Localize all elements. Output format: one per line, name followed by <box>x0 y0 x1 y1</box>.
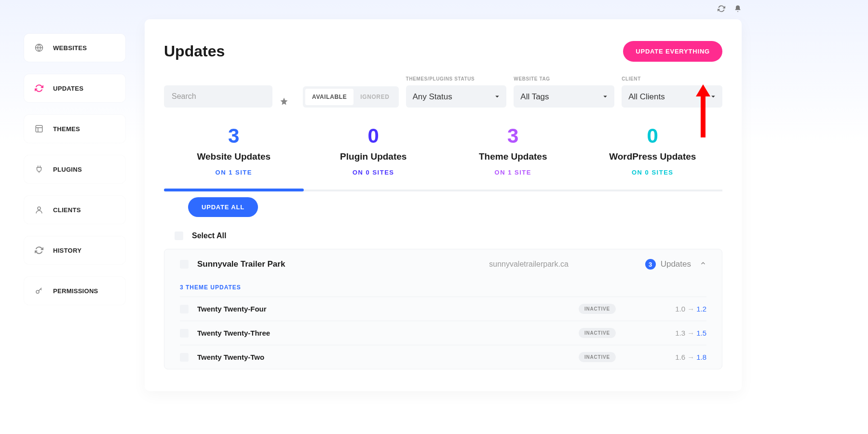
update-item: Twenty Twenty-Two INACTIVE 1.6→1.8 <box>180 345 706 369</box>
status-badge: INACTIVE <box>579 328 616 338</box>
sidebar-label: WEBSITES <box>53 44 87 52</box>
stat-label: Theme Updates <box>443 151 583 162</box>
filter-tag-label: WEBSITE TAG <box>514 76 614 81</box>
stat-count: 0 <box>304 124 444 148</box>
update-item: Twenty Twenty-Three INACTIVE 1.3→1.5 <box>180 321 706 345</box>
site-header[interactable]: Sunnyvale Trailer Park sunnyvaletrailerp… <box>180 249 706 279</box>
stat-count: 0 <box>583 124 723 148</box>
filter-client-select[interactable]: All Clients <box>622 85 722 108</box>
item-checkbox[interactable] <box>180 329 189 338</box>
version: 1.3→1.5 <box>624 329 706 337</box>
site-card: Sunnyvale Trailer Park sunnyvaletrailerp… <box>164 249 722 369</box>
sidebar-label: CLIENTS <box>53 206 81 214</box>
star-icon[interactable] <box>280 97 288 108</box>
update-item: Twenty Twenty-Four INACTIVE 1.0→1.2 <box>180 297 706 321</box>
filter-status-select[interactable]: Any Status <box>406 85 507 108</box>
filter-tag-select[interactable]: All Tags <box>514 85 614 108</box>
version: 1.0→1.2 <box>624 305 706 313</box>
history-icon <box>35 246 43 255</box>
sidebar: WEBSITES UPDATES THEMES PLUGINS CLIENTS … <box>24 19 125 391</box>
person-icon <box>35 205 43 214</box>
status-badge: INACTIVE <box>579 304 616 314</box>
filter-client-label: CLIENT <box>622 76 722 81</box>
stat-sub: ON 0 SITES <box>583 169 723 176</box>
update-name: Twenty Twenty-Three <box>197 329 570 337</box>
update-everything-button[interactable]: UPDATE EVERYTHING <box>623 41 722 62</box>
chevron-up-icon[interactable] <box>700 260 706 269</box>
item-checkbox[interactable] <box>180 305 189 313</box>
sidebar-label: UPDATES <box>53 85 83 92</box>
site-name: Sunnyvale Trailer Park <box>197 259 412 269</box>
stat-sub: ON 0 SITES <box>304 169 444 176</box>
sidebar-item-permissions[interactable]: PERMISSIONS <box>24 277 125 305</box>
theme-updates-heading: 3 THEME UPDATES <box>180 279 706 297</box>
sidebar-label: PLUGINS <box>53 166 82 173</box>
stat-label: Website Updates <box>164 151 304 162</box>
bell-icon[interactable] <box>734 5 742 14</box>
stat-count: 3 <box>443 124 583 148</box>
stat-sub: ON 1 SITE <box>443 169 583 176</box>
version: 1.6→1.8 <box>624 353 706 361</box>
site-url: sunnyvaletrailerpark.ca <box>421 260 636 269</box>
item-checkbox[interactable] <box>180 353 189 362</box>
layout-icon <box>35 124 43 133</box>
sidebar-item-clients[interactable]: CLIENTS <box>24 196 125 224</box>
stat-count: 3 <box>164 124 304 148</box>
segment-available[interactable]: AVAILABLE <box>305 89 353 105</box>
sidebar-item-updates[interactable]: UPDATES <box>24 74 125 102</box>
filter-status-label: THEMES/PLUGINS STATUS <box>406 76 507 81</box>
stat-sub: ON 1 SITE <box>164 169 304 176</box>
stat-tab-plugins[interactable]: 0 Plugin Updates ON 0 SITES <box>304 124 444 190</box>
stat-tab-wordpress[interactable]: 0 WordPress Updates ON 0 SITES <box>583 124 723 190</box>
update-name: Twenty Twenty-Two <box>197 353 570 361</box>
refresh-icon <box>35 84 43 93</box>
main-panel: Updates UPDATE EVERYTHING AVAILABLE IGNO… <box>145 19 742 391</box>
search-input[interactable] <box>164 85 272 108</box>
globe-icon <box>35 43 43 52</box>
stat-tab-websites[interactable]: 3 Website Updates ON 1 SITE <box>164 124 304 190</box>
select-all-label: Select All <box>192 231 226 240</box>
plug-icon <box>35 165 43 174</box>
page-title: Updates <box>164 42 225 60</box>
stat-label: Plugin Updates <box>304 151 444 162</box>
update-name: Twenty Twenty-Four <box>197 305 570 313</box>
svg-point-2 <box>38 207 41 210</box>
select-all-checkbox[interactable] <box>175 231 183 240</box>
updates-count-badge: 3 <box>645 259 656 270</box>
update-all-button[interactable]: UPDATE ALL <box>188 197 258 217</box>
site-checkbox[interactable] <box>180 260 189 269</box>
stat-tab-themes[interactable]: 3 Theme Updates ON 1 SITE <box>443 124 583 190</box>
sidebar-label: HISTORY <box>53 247 81 254</box>
segment-ignored[interactable]: IGNORED <box>353 89 396 105</box>
sidebar-item-plugins[interactable]: PLUGINS <box>24 155 125 183</box>
refresh-icon[interactable] <box>718 5 725 14</box>
sidebar-item-history[interactable]: HISTORY <box>24 236 125 264</box>
svg-rect-1 <box>36 125 42 132</box>
sidebar-item-themes[interactable]: THEMES <box>24 115 125 143</box>
status-segment: AVAILABLE IGNORED <box>303 86 399 108</box>
sidebar-label: PERMISSIONS <box>53 287 98 295</box>
status-badge: INACTIVE <box>579 352 616 362</box>
key-icon <box>35 286 43 295</box>
sidebar-item-websites[interactable]: WEBSITES <box>24 34 125 62</box>
updates-label: Updates <box>661 259 691 269</box>
sidebar-label: THEMES <box>53 125 80 133</box>
stat-label: WordPress Updates <box>583 151 723 162</box>
